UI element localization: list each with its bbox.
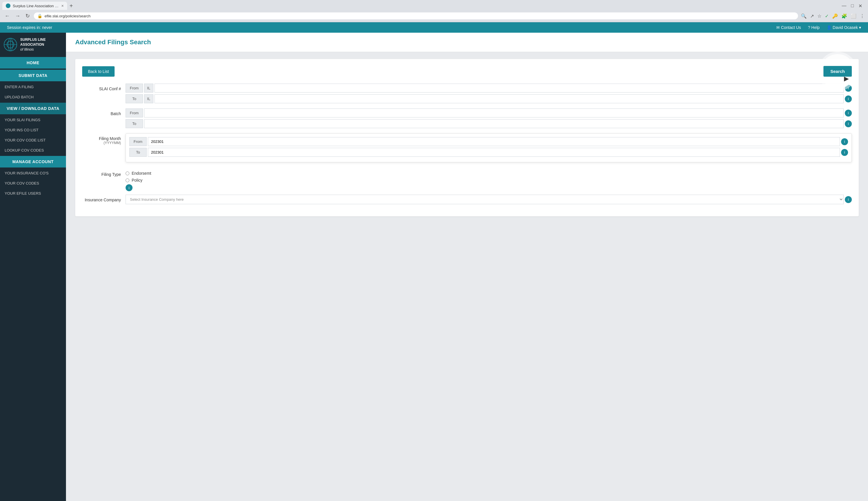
help-link[interactable]: ? Help xyxy=(808,25,819,30)
window-close-icon[interactable]: ✕ xyxy=(858,3,862,9)
insurance-company-info-button[interactable]: i xyxy=(845,196,852,203)
logo-text: SURPLUS LINE ASSOCIATION of Illinois xyxy=(20,37,46,52)
envelope-icon: ✉ xyxy=(776,25,780,30)
window-controls: — □ ✕ xyxy=(841,3,866,9)
sidebar-item-enter-filing[interactable]: ENTER A FILING xyxy=(0,82,66,92)
slai-conf-to-info-button[interactable]: i xyxy=(845,95,852,103)
insurance-company-row: Insurance Company Select Insurance Compa… xyxy=(82,195,852,206)
sidebar-item-efile-users[interactable]: YOUR EFILE USERS xyxy=(0,188,66,199)
sidebar-item-cov-code-list[interactable]: YOUR COV CODE LIST xyxy=(0,135,66,145)
filing-month-row: Filing Month (YYYYMM) From i To xyxy=(82,134,852,166)
home-button[interactable]: HOME xyxy=(0,57,66,68)
slai-conf-from-line: From IL i xyxy=(126,84,852,93)
filing-month-from-info-button[interactable]: i xyxy=(841,138,848,145)
filing-month-label: Filing Month (YYYYMM) xyxy=(82,134,126,145)
filing-type-row: Filing Type Endorsemt Policy xyxy=(82,169,852,191)
user-icon: 👤 xyxy=(827,25,832,30)
puzzle-icon[interactable]: 🧩 xyxy=(841,13,847,19)
user-chevron-icon: ▾ xyxy=(859,25,861,30)
browser-chrome: Surplus Line Association of Illino... × … xyxy=(0,0,868,22)
slai-conf-from-info-button[interactable]: i xyxy=(845,85,852,92)
filing-month-from-input[interactable] xyxy=(148,137,840,146)
sidebar-item-ins-co-list[interactable]: YOUR INS CO LIST xyxy=(0,125,66,135)
slai-conf-inputs: From IL i To IL i xyxy=(126,84,852,105)
search-button[interactable]: Search xyxy=(824,66,852,77)
sidebar-item-cov-codes[interactable]: YOUR COV CODES xyxy=(0,178,66,188)
filing-type-inputs: Endorsemt Policy i xyxy=(126,169,852,191)
split-icon[interactable]: ⬜ xyxy=(851,13,856,19)
logo-icon xyxy=(3,38,17,52)
slai-conf-row: SLAI Conf # From IL i To IL i xyxy=(82,84,852,105)
app-wrapper: SURPLUS LINE ASSOCIATION of Illinois HOM… xyxy=(0,33,868,501)
top-bar: Session expires in: never ✉ Contact Us ?… xyxy=(0,22,868,33)
share-icon[interactable]: ↗ xyxy=(810,13,814,19)
batch-to-input[interactable] xyxy=(144,119,844,128)
new-tab-button[interactable]: + xyxy=(67,3,75,9)
slai-to-state: IL xyxy=(144,94,154,103)
filing-type-endorsmt[interactable]: Endorsemt xyxy=(126,171,852,175)
slai-to-prefix: To xyxy=(126,94,143,103)
search-icon[interactable]: 🔍 xyxy=(801,13,807,19)
back-to-list-button[interactable]: Back to List xyxy=(82,66,115,77)
submit-data-button[interactable]: SUBMIT DATA xyxy=(0,70,66,81)
lock-icon: 🔒 xyxy=(37,14,42,18)
insurance-company-line: Select Insurance Company here i xyxy=(126,195,852,204)
tab-close-icon[interactable]: × xyxy=(61,3,64,8)
batch-from-line: From i xyxy=(126,108,852,117)
sidebar-item-lookup-cov-codes[interactable]: LOOKUP COV CODES xyxy=(0,145,66,155)
top-bar-links: ✉ Contact Us ? Help 👤 David Ocasek ▾ xyxy=(776,25,861,30)
batch-from-info-button[interactable]: i xyxy=(845,110,852,117)
slai-from-state: IL xyxy=(144,84,154,93)
slai-from-prefix: From xyxy=(126,84,143,93)
back-nav-button[interactable]: ← xyxy=(3,12,11,20)
filing-type-policy[interactable]: Policy xyxy=(126,178,852,182)
filing-month-inputs: From i To i xyxy=(126,134,852,166)
bookmark-icon[interactable]: ☆ xyxy=(817,13,822,19)
session-info: Session expires in: never xyxy=(7,25,776,30)
slai-conf-to-input[interactable] xyxy=(155,94,844,103)
filing-month-to-input[interactable] xyxy=(148,148,840,157)
batch-from-input[interactable] xyxy=(144,108,844,117)
batch-inputs: From i To i xyxy=(126,108,852,130)
window-minimize-icon[interactable]: — xyxy=(841,3,846,8)
batch-row: Batch From i To i xyxy=(82,108,852,130)
batch-to-prefix: To xyxy=(126,119,143,128)
slai-conf-to-line: To IL i xyxy=(126,94,852,103)
user-menu[interactable]: 👤 David Ocasek ▾ xyxy=(827,25,861,30)
filing-month-from-prefix: From xyxy=(129,137,147,146)
sidebar-logo: SURPLUS LINE ASSOCIATION of Illinois xyxy=(0,33,66,56)
filing-type-label: Filing Type xyxy=(82,169,126,177)
sidebar-item-insurance-cos[interactable]: YOUR INSURANCE CO'S xyxy=(0,168,66,178)
tab-favicon xyxy=(6,3,10,8)
slai-conf-from-input[interactable] xyxy=(155,84,844,93)
main-content: Advanced Filings Search Back to List Sea… xyxy=(66,33,868,501)
batch-to-info-button[interactable]: i xyxy=(845,120,852,127)
sidebar-item-upload-batch[interactable]: UPLOAD BATCH xyxy=(0,92,66,102)
more-menu-icon[interactable]: ⋮ xyxy=(860,13,865,19)
verified-icon: ✓ xyxy=(825,13,829,19)
filing-month-to-info-button[interactable]: i xyxy=(841,149,848,156)
address-bar: ← → ↻ 🔒 efile.slai.org/policies/search 🔍… xyxy=(0,10,868,22)
filing-type-policy-radio[interactable] xyxy=(126,179,129,182)
batch-to-line: To i xyxy=(126,119,852,128)
page-title: Advanced Filings Search xyxy=(66,33,868,52)
insurance-company-select[interactable]: Select Insurance Company here xyxy=(126,195,844,204)
manage-account-button[interactable]: MANAGE ACCOUNT xyxy=(0,156,66,168)
contact-us-link[interactable]: ✉ Contact Us xyxy=(776,25,801,30)
forward-nav-button[interactable]: → xyxy=(14,12,21,20)
filing-type-endorsmt-radio[interactable] xyxy=(126,172,129,175)
filing-type-radio-group: Endorsemt Policy xyxy=(126,169,852,182)
tab-title: Surplus Line Association of Illino... xyxy=(13,4,59,8)
batch-label: Batch xyxy=(82,108,126,116)
window-maximize-icon[interactable]: □ xyxy=(851,3,854,8)
view-download-data-button[interactable]: VIEW / DOWNLOAD DATA xyxy=(0,103,66,114)
search-form: Back to List Search ▶ SLAI Conf # From I… xyxy=(75,59,859,216)
filing-month-to-prefix: To xyxy=(129,148,147,157)
key-icon[interactable]: 🔑 xyxy=(832,13,838,19)
sidebar-item-slai-filings[interactable]: YOUR SLAI FILINGS xyxy=(0,115,66,125)
reload-button[interactable]: ↻ xyxy=(24,12,31,20)
browser-tab[interactable]: Surplus Line Association of Illino... × xyxy=(2,2,67,10)
address-input[interactable]: 🔒 efile.slai.org/policies/search xyxy=(34,12,798,19)
filing-month-to-line: To i xyxy=(129,148,848,157)
filing-type-info-button[interactable]: i xyxy=(126,184,133,191)
